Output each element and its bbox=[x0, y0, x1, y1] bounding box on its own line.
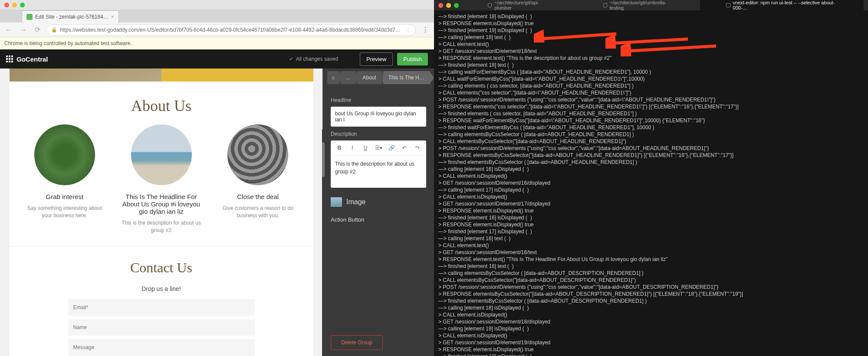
crumb-dots[interactable]: ... bbox=[341, 71, 355, 84]
folder-icon bbox=[603, 3, 607, 7]
check-icon: ✓ bbox=[289, 56, 293, 62]
term-tab-3-label: vnext-editor: npm run ui-test -- --selec… bbox=[733, 0, 838, 10]
tab-bar: Edit Site - zemlak-plc-576184… × bbox=[0, 10, 434, 23]
svg-line-2 bbox=[625, 46, 716, 51]
address-bar: ← → ⟳ 🔒 https://websites.test-godaddy.co… bbox=[0, 23, 434, 37]
message-field[interactable] bbox=[68, 339, 255, 356]
favicon-icon bbox=[26, 14, 33, 20]
undo-icon[interactable]: ↶ bbox=[398, 143, 411, 153]
forward-icon: → bbox=[18, 26, 29, 34]
term-tab-2[interactable]: ~/architecture/git/umbrella-testing bbox=[577, 0, 700, 10]
close-window-icon[interactable] bbox=[4, 3, 9, 7]
about-col-3[interactable]: Close the deal Give customers a reason t… bbox=[213, 124, 303, 234]
about-col-2[interactable]: This Is The Headline For About Us Group … bbox=[116, 124, 206, 234]
app-header: GoCentral ✓ All changes saved Preview Pu… bbox=[0, 49, 434, 69]
delete-group-button[interactable]: Delete Group bbox=[331, 335, 383, 350]
about-section[interactable]: About Us Grab interest Say something int… bbox=[10, 82, 313, 246]
contact-section[interactable]: Contact Us Drop us a line! bbox=[10, 246, 313, 356]
browser-window: Edit Site - zemlak-plc-576184… × ← → ⟳ 🔒… bbox=[0, 0, 434, 356]
infobar-text: Chrome is being controlled by automated … bbox=[4, 40, 132, 46]
image-thumb bbox=[331, 197, 342, 207]
brand-text: GoCentral bbox=[16, 56, 48, 63]
contact-subtitle: Drop us a line! bbox=[10, 285, 313, 292]
zoom-window-icon[interactable] bbox=[454, 3, 459, 8]
link-icon[interactable]: 🔗 bbox=[385, 143, 398, 153]
email-field[interactable] bbox=[68, 299, 255, 316]
terminal-log[interactable]: —> finished [element 18] isDisplayed ( )… bbox=[434, 10, 868, 356]
zoom-window-icon[interactable] bbox=[20, 3, 25, 7]
save-status: ✓ All changes saved bbox=[289, 56, 338, 62]
rte-toolbar: B I U ☰▾ 🔗 ↶ ↷ bbox=[331, 140, 426, 156]
about-headline-1: Grab interest bbox=[23, 193, 106, 200]
minimize-window-icon[interactable] bbox=[12, 3, 17, 7]
about-headline-3: Close the deal bbox=[217, 193, 299, 200]
about-image-3 bbox=[227, 124, 288, 185]
svg-line-1 bbox=[610, 39, 688, 43]
italic-icon[interactable]: I bbox=[346, 143, 358, 153]
folder-icon bbox=[488, 3, 492, 7]
window-controls bbox=[0, 0, 434, 10]
list-icon[interactable]: ☰▾ bbox=[372, 143, 385, 153]
home-icon: ⌂ bbox=[332, 75, 335, 81]
close-window-icon[interactable] bbox=[438, 3, 443, 8]
back-icon[interactable]: ← bbox=[3, 26, 14, 34]
description-textarea[interactable]: This is the description for about us gro… bbox=[331, 156, 426, 188]
side-panel: Headline bout Us Group #i loveyou gio dy… bbox=[323, 87, 434, 229]
about-image-2 bbox=[131, 124, 192, 185]
minimize-window-icon[interactable] bbox=[446, 3, 451, 8]
folder-icon bbox=[726, 3, 730, 7]
name-field[interactable] bbox=[68, 319, 255, 336]
headline-label: Headline bbox=[331, 97, 426, 103]
about-headline-2: This Is The Headline For About Us Group … bbox=[120, 193, 203, 215]
page-canvas[interactable]: About Us Grab interest Say something int… bbox=[0, 69, 322, 356]
close-tab-icon[interactable]: × bbox=[111, 14, 114, 20]
scrollbar[interactable] bbox=[322, 129, 325, 356]
about-col-1[interactable]: Grab interest Say something interesting … bbox=[20, 124, 110, 234]
bold-icon[interactable]: B bbox=[333, 143, 345, 153]
term-tab-1-label: ~/architecture/git/api-plumber bbox=[494, 0, 550, 10]
action-button-row[interactable]: Action Button bbox=[331, 216, 426, 223]
description-label: Description bbox=[331, 131, 426, 137]
contact-title: Contact Us bbox=[10, 260, 313, 276]
breadcrumb: ⌂ ... About This Is The H… bbox=[323, 69, 434, 87]
publish-button[interactable]: Publish bbox=[397, 53, 428, 65]
term-tab-1[interactable]: ~/architecture/git/api-plumber bbox=[462, 0, 576, 10]
page-preview: About Us Grab interest Say something int… bbox=[10, 69, 313, 356]
about-image-1 bbox=[34, 124, 95, 185]
redo-icon[interactable]: ↷ bbox=[411, 143, 424, 153]
url-text: https://websites.test-godaddy.com/en-US/… bbox=[60, 27, 403, 33]
terminal-window: ~/architecture/git/api-plumber ~/archite… bbox=[434, 0, 868, 356]
terminal-titlebar: ~/architecture/git/api-plumber ~/archite… bbox=[434, 0, 868, 10]
scroll-thumb[interactable] bbox=[322, 142, 325, 177]
terminal-tabs: ~/architecture/git/api-plumber ~/archite… bbox=[462, 0, 864, 10]
preview-button[interactable]: Preview bbox=[360, 52, 393, 66]
about-body-1: Say something interesting about your bus… bbox=[23, 205, 106, 219]
browser-tab[interactable]: Edit Site - zemlak-plc-576184… × bbox=[22, 10, 119, 23]
editor-body: About Us Grab interest Say something int… bbox=[0, 69, 434, 356]
hero-strip bbox=[10, 69, 313, 82]
term-tab-3[interactable]: vnext-editor: npm run ui-test -- --selec… bbox=[700, 0, 864, 10]
headline-input[interactable]: bout Us Group #i loveyou gio dylan ian l bbox=[331, 107, 426, 127]
crumb-home[interactable]: ⌂ bbox=[327, 71, 339, 84]
url-field[interactable]: 🔒 https://websites.test-godaddy.com/en-U… bbox=[46, 24, 416, 36]
crumb-current[interactable]: This Is The H… bbox=[383, 71, 430, 84]
crumb-about[interactable]: About bbox=[357, 71, 381, 84]
lock-icon: 🔒 bbox=[51, 27, 57, 33]
tab-title: Edit Site - zemlak-plc-576184… bbox=[35, 14, 108, 20]
about-title: About Us bbox=[20, 97, 303, 115]
annotation-arrow-3 bbox=[621, 43, 720, 56]
sidebar: ⌂ ... About This Is The H… Headline bout… bbox=[322, 69, 434, 356]
menu-icon[interactable]: ⋮ bbox=[420, 26, 431, 34]
image-row[interactable]: Image bbox=[331, 197, 426, 207]
save-status-text: All changes saved bbox=[296, 56, 338, 62]
contact-form bbox=[68, 299, 255, 356]
bookmark-icon[interactable]: ☆ bbox=[405, 26, 411, 33]
brand[interactable]: GoCentral bbox=[6, 56, 48, 63]
apps-icon[interactable] bbox=[6, 56, 13, 62]
term-tab-2-label: ~/architecture/git/umbrella-testing bbox=[610, 0, 674, 10]
about-body-3: Give customers a reason to do business w… bbox=[217, 205, 299, 219]
automation-infobar: Chrome is being controlled by automated … bbox=[0, 37, 434, 49]
reload-icon[interactable]: ⟳ bbox=[33, 26, 42, 34]
about-body-2: This is the description for about us gro… bbox=[120, 219, 203, 234]
underline-icon[interactable]: U bbox=[359, 143, 372, 153]
